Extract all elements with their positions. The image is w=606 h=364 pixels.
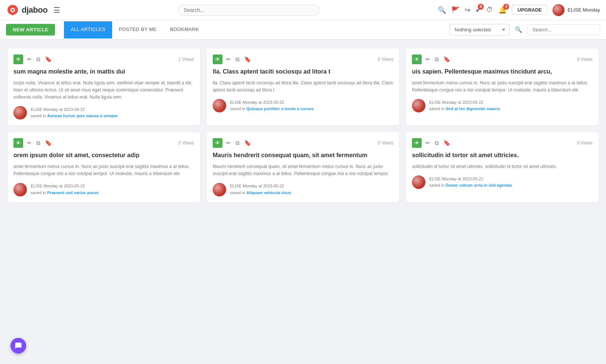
card-actions: 👁 ✏ ⧉ 🔖 (412, 55, 451, 64)
author-avatar (213, 99, 226, 112)
category-link[interactable]: Aenean luctus quis massa a semper (47, 113, 118, 118)
card-header: 👁 ✏ ⧉ 🔖 0 Views (13, 138, 194, 148)
clock-icon: ⏱ (486, 6, 493, 14)
tab-all-articles[interactable]: ALL ARTICLES (64, 21, 112, 38)
view-icon-button[interactable]: 👁 (213, 138, 222, 148)
logo[interactable]: djaboo (6, 3, 47, 17)
edit-button[interactable]: ✏ (225, 55, 232, 63)
card-footer: ELISE Monday at 2023-05-22 saved in Quis… (213, 99, 393, 112)
navbar-search-input[interactable] (178, 4, 320, 16)
articles-grid: 👁 ✏ ⧉ 🔖 1 Views sum magna molestie ante,… (7, 49, 599, 202)
category-line: saved in Aliquam vehicula risus (230, 190, 291, 196)
bookmark-button[interactable]: 🔖 (443, 139, 451, 147)
views-count: 0 Views (577, 140, 593, 146)
article-card: 👁 ✏ ⧉ 🔖 0 Views uis sapien. Pellentesque… (406, 49, 599, 125)
category-link[interactable]: Sed at leo dignissim mauris (446, 106, 500, 111)
category-link[interactable]: Praesent sed varius purus (47, 190, 99, 195)
share-icon: ↪ (465, 6, 470, 14)
chat-bubble[interactable] (10, 338, 26, 354)
bookmark-button[interactable]: 🔖 (44, 55, 53, 63)
view-icon-button[interactable]: 👁 (412, 138, 422, 148)
article-title: orem ipsum dolor sit amet, consectetur a… (13, 152, 194, 159)
author-name-date: ELISE Monday at 2023-05-22 (31, 183, 99, 190)
notifications-badge: 3 (503, 4, 509, 10)
article-title: sum magna molestie ante, in mattis dui (13, 68, 194, 76)
author-info: ELISE Monday at 2023-05-22 saved in Quis… (230, 99, 314, 112)
card-header: 👁 ✏ ⧉ 🔖 0 Views (412, 138, 593, 148)
card-footer: ELISE Monday at 2023-05-22 saved in Done… (412, 175, 593, 189)
pencil-icon: ✏ (226, 56, 231, 63)
bookmark-button[interactable]: 🔖 (443, 55, 451, 63)
copy-button[interactable]: ⧉ (235, 55, 240, 63)
card-actions: 👁 ✏ ⧉ 🔖 (213, 55, 252, 64)
user-profile[interactable]: ELISE Monday (553, 4, 600, 16)
article-title: uis sapien. Pellentesque maximus tincidu… (412, 68, 593, 76)
edit-button[interactable]: ✏ (425, 55, 431, 63)
hamburger-menu[interactable]: ☰ (53, 6, 60, 15)
bookmark-button[interactable]: 🔖 (44, 139, 53, 147)
category-link[interactable]: Aliquam vehicula risus (246, 190, 291, 195)
card-actions: 👁 ✏ ⧉ 🔖 (13, 55, 53, 64)
share-button[interactable]: ↪ (465, 6, 470, 14)
toolbar-search-icon-button[interactable]: 🔍 (513, 24, 525, 35)
bookmark-button[interactable]: 🔖 (243, 55, 252, 63)
card-actions: 👁 ✏ ⧉ 🔖 (13, 138, 53, 148)
view-icon-button[interactable]: 👁 (13, 138, 23, 148)
toolbar-right: Nothing selected 🔍 (450, 24, 600, 35)
category-line: saved in Quisque porttitor a lorem a cur… (230, 106, 314, 112)
card-footer: ELISE Monday at 2023-05-22 saved in Prae… (13, 183, 194, 196)
bookmark-icon: 🔖 (45, 56, 52, 63)
copy-button[interactable]: ⧉ (36, 139, 41, 147)
copy-icon: ⧉ (36, 140, 40, 146)
article-body: amet fermentum metus cursus in. Nunc ac … (13, 163, 194, 177)
edit-button[interactable]: ✏ (225, 139, 232, 147)
search-button[interactable]: 🔍 (438, 6, 446, 14)
article-body: Mauris hendrerit consequat quam, sit ame… (213, 163, 393, 177)
tasks-button[interactable]: ✔ 6 (476, 6, 481, 14)
card-footer: ELISE Monday at 2023-05-22 saved in Sed … (412, 99, 593, 112)
toolbar-search-input[interactable] (527, 24, 600, 35)
notifications-button[interactable]: 🔔 3 (498, 6, 507, 14)
view-icon-button[interactable]: 👁 (13, 55, 23, 64)
author-info: ELISE Monday at 2023-05-22 saved in Aliq… (230, 183, 291, 196)
view-icon-button[interactable]: 👁 (213, 55, 222, 64)
new-article-button[interactable]: NEW ARTICLE (6, 24, 55, 35)
navbar-search-container (65, 4, 433, 16)
copy-button[interactable]: ⧉ (36, 55, 41, 63)
author-info: ELISE Monday at 2023-05-22 saved in Done… (429, 176, 512, 189)
category-line: saved in Sed at leo dignissim mauris (429, 106, 500, 112)
card-footer: ELISE Monday at 2023-05-22 saved in Aene… (13, 106, 194, 119)
category-link[interactable]: Donec rutrum urna in nisl egestas (446, 183, 512, 187)
edit-button[interactable]: ✏ (425, 139, 431, 147)
author-avatar (213, 183, 226, 196)
bookmark-button[interactable]: 🔖 (243, 139, 252, 147)
copy-icon: ⧉ (36, 56, 40, 63)
eye-icon: 👁 (414, 140, 419, 146)
pencil-icon: ✏ (226, 140, 231, 146)
author-avatar (412, 175, 425, 189)
tab-posted-by-me[interactable]: POSTED BY ME (112, 21, 163, 38)
eye-icon: 👁 (414, 56, 419, 62)
copy-button[interactable]: ⧉ (434, 139, 440, 147)
view-icon-button[interactable]: 👁 (412, 55, 422, 64)
edit-button[interactable]: ✏ (26, 55, 33, 63)
author-name-date: ELISE Monday at 2023-05-22 (230, 99, 314, 106)
author-avatar (13, 106, 27, 119)
clock-button[interactable]: ⏱ (486, 6, 493, 14)
copy-button[interactable]: ⧉ (235, 139, 240, 147)
category-link[interactable]: Quisque porttitor a lorem a cursus (246, 106, 314, 111)
author-name-date: ELISE Monday at 2023-05-22 (31, 106, 118, 113)
author-name-date: ELISE Monday at 2023-05-22 (429, 176, 512, 183)
filter-select[interactable]: Nothing selected (450, 24, 510, 35)
tab-bookmark[interactable]: BOOKMARK (163, 21, 206, 38)
article-body: lla. Class aptent taciti sociosqu ad lit… (213, 80, 393, 94)
upgrade-button[interactable]: UPGRADE (512, 5, 547, 15)
search-icon: 🔍 (515, 27, 522, 33)
views-count: 0 Views (178, 140, 194, 146)
edit-button[interactable]: ✏ (26, 139, 33, 147)
copy-button[interactable]: ⧉ (434, 55, 440, 63)
views-count: 0 Views (577, 57, 593, 62)
flag-button[interactable]: 🚩 (451, 6, 459, 14)
eye-icon: 👁 (215, 56, 220, 62)
user-name: ELISE Monday (567, 7, 600, 13)
